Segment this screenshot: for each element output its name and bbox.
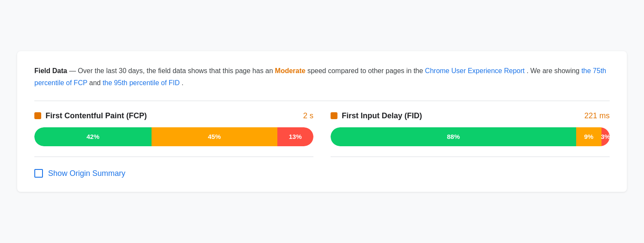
fid-bar-orange: 9%: [576, 127, 601, 146]
fid-progress-bar: 88% 9% 3%: [331, 127, 610, 146]
metrics-row: First Contentful Paint (FCP) 2 s 42% 45%…: [34, 111, 610, 157]
fcp-metric-block: First Contentful Paint (FCP) 2 s 42% 45%…: [34, 111, 313, 157]
fcp-bar-orange: 45%: [152, 127, 277, 146]
fcp-bar-green: 42%: [34, 127, 152, 146]
chrome-report-link[interactable]: Chrome User Experience Report: [425, 67, 525, 74]
fid-bar-green: 88%: [331, 127, 576, 146]
fid-metric-block: First Input Delay (FID) 221 ms 88% 9% 3%: [331, 111, 610, 157]
fcp-value: 2 s: [303, 111, 313, 120]
main-container: Field Data — Over the last 30 days, the …: [17, 51, 627, 191]
fid-percentile-link[interactable]: the 95th percentile of FID: [103, 79, 180, 86]
show-origin-checkbox[interactable]: [34, 169, 43, 178]
fid-bar-red: 3%: [601, 127, 610, 146]
fid-value: 221 ms: [584, 111, 610, 120]
fcp-progress-bar: 42% 45% 13%: [34, 127, 313, 146]
description-part-4: and: [89, 79, 103, 86]
description-part-5: .: [182, 79, 183, 86]
show-origin-section: Show Origin Summary: [34, 169, 610, 178]
description-part-2: speed compared to other pages in the: [307, 67, 425, 74]
fcp-title: First Contentful Paint (FCP): [46, 111, 303, 120]
fid-metric-header: First Input Delay (FID) 221 ms: [331, 111, 610, 120]
show-origin-label[interactable]: Show Origin Summary: [48, 169, 125, 178]
description-part-1: — Over the last 30 days, the field data …: [69, 67, 275, 74]
field-data-title: Field Data: [34, 67, 67, 74]
field-data-description: Field Data — Over the last 30 days, the …: [34, 65, 610, 88]
fcp-icon: [34, 112, 41, 119]
fcp-bar-red: 13%: [277, 127, 314, 146]
top-divider: [34, 101, 610, 101]
moderate-label: Moderate: [275, 67, 305, 74]
fid-title: First Input Delay (FID): [342, 111, 584, 120]
fid-icon: [331, 112, 337, 119]
fcp-metric-header: First Contentful Paint (FCP) 2 s: [34, 111, 313, 120]
description-part-3: . We are showing: [526, 67, 581, 74]
